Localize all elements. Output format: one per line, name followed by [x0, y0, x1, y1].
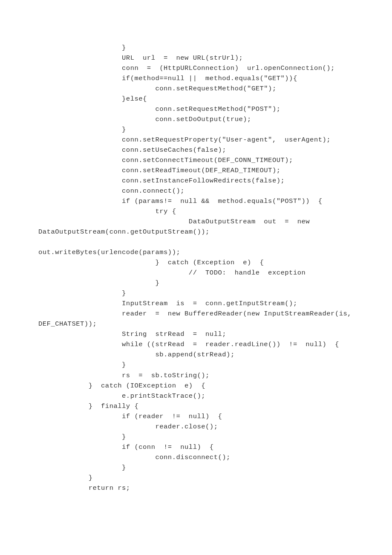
code-block: } URL url = new URL(strUrl); conn = (Htt…: [38, 43, 358, 493]
